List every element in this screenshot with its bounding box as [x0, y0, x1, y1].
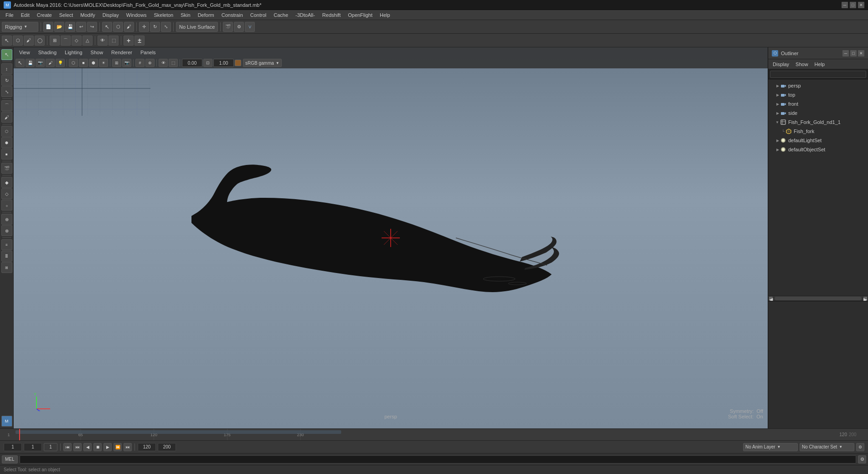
display-mode-btn2[interactable]: ⬢ — [1, 137, 12, 148]
menu-control[interactable]: Control — [247, 11, 270, 19]
menu-display[interactable]: Display — [99, 11, 123, 19]
tree-item-fish-fork[interactable]: └ Fish_fork — [768, 127, 868, 136]
menu-select[interactable]: Select — [56, 11, 77, 19]
vp-menu-lighting[interactable]: Lighting — [61, 49, 86, 56]
tree-item-default-light-set[interactable]: ▶ defaultLightSet — [768, 136, 868, 145]
menu-skin[interactable]: Skin — [177, 11, 194, 19]
redo-button[interactable]: ↪ — [87, 22, 97, 32]
vp-paint-btn[interactable]: 🖌 — [46, 59, 55, 67]
frame-input-current[interactable]: 1 — [24, 443, 42, 451]
vp-gamma-dropdown[interactable]: sRGB gamma ▼ — [243, 59, 282, 67]
timeline-ruler[interactable]: 65 120 175 230 — [16, 429, 830, 440]
vp-menu-view[interactable]: View — [16, 49, 34, 56]
sculpt-btn[interactable]: 🖌 — [1, 112, 12, 123]
vp-select-btn[interactable]: ↖ — [16, 59, 25, 67]
snap-grid-button[interactable]: ⊞ — [50, 36, 60, 46]
vp-snap2-btn[interactable]: ⊕ — [145, 59, 155, 67]
menu-edit[interactable]: Edit — [17, 11, 33, 19]
outliner-close-btn[interactable]: ✕ — [858, 50, 864, 57]
vp-display-btn[interactable]: ⊞ — [112, 59, 121, 67]
vp-save-btn[interactable]: 💾 — [26, 59, 35, 67]
tree-item-front[interactable]: ▶ front — [768, 99, 868, 108]
lasso-select-button[interactable]: ⬡ — [113, 22, 123, 32]
no-live-surface-button[interactable]: No Live Surface — [176, 22, 218, 32]
anim-set-btn[interactable]: ◇ — [1, 188, 12, 199]
extra-btn2[interactable]: ≣ — [1, 251, 12, 262]
frame-end-display[interactable]: 120 — [138, 443, 156, 451]
snap-curve-button[interactable]: ⌒ — [61, 36, 71, 46]
vp-color-box[interactable] — [235, 60, 241, 66]
tree-item-top[interactable]: ▶ top — [768, 90, 868, 99]
tree-item-fish-fork-group[interactable]: ▼ Fish_Fork_Gold_nd1_1 — [768, 118, 868, 127]
menu-help[interactable]: Help — [376, 11, 394, 19]
menu-3dtoall[interactable]: -3DtoAll- — [292, 11, 319, 19]
open-file-button[interactable]: 📂 — [54, 22, 64, 32]
select-tool-button[interactable]: ↖ — [102, 22, 112, 32]
tree-item-default-object-set[interactable]: ▶ defaultObjectSet — [768, 145, 868, 154]
new-file-button[interactable]: 📄 — [43, 22, 53, 32]
tree-item-side[interactable]: ▶ side — [768, 108, 868, 118]
render-settings-button[interactable]: ⚙ — [234, 22, 244, 32]
extra-btn3[interactable]: ⊞ — [1, 262, 12, 273]
step-back-button[interactable]: ⏭ — [73, 443, 82, 451]
outliner-search-input[interactable] — [770, 71, 866, 78]
menu-create[interactable]: Create — [33, 11, 56, 19]
select-mode-button[interactable]: ↖ — [2, 36, 12, 46]
scroll-right-btn[interactable]: ▶ — [863, 297, 867, 300]
vray-button[interactable]: V — [245, 22, 255, 32]
snap-point-button[interactable]: ◇ — [72, 36, 82, 46]
vp-value1-icon[interactable]: ⊡ — [203, 59, 212, 67]
isolate-button[interactable]: 👁 — [98, 36, 108, 46]
xray-button[interactable]: ⬚ — [108, 36, 119, 46]
vp-xray-btn[interactable]: ⬚ — [169, 59, 178, 67]
vp-value1-field[interactable]: 0.00 — [182, 59, 202, 67]
skip-to-start-button[interactable]: ⏮ — [63, 443, 72, 451]
scale-tool-button[interactable]: ⤡ — [161, 22, 171, 32]
range-start-display[interactable]: 1 — [44, 443, 57, 451]
vp-texture-btn[interactable]: ⬢ — [89, 59, 98, 67]
transport-extra-btn[interactable]: ⚙ — [856, 443, 864, 451]
stop-button[interactable]: ⏹ — [93, 443, 102, 451]
plus-icon-btn[interactable]: + — [124, 36, 134, 46]
menu-windows[interactable]: Windows — [123, 11, 150, 19]
outliner-menu-show[interactable]: Show — [793, 61, 811, 68]
paint-select-button[interactable]: 🖌 — [124, 22, 134, 32]
move-tool-button[interactable]: ✛ — [139, 22, 149, 32]
vp-grid-btn[interactable]: # — [135, 59, 145, 67]
mel-run-btn[interactable]: ⚙ — [858, 455, 866, 464]
undo-button[interactable]: ↩ — [76, 22, 86, 32]
skip-to-end-button[interactable]: ⏭ — [124, 443, 132, 451]
vp-camera-btn[interactable]: 📷 — [122, 59, 131, 67]
constraint-btn[interactable]: ⊕ — [1, 214, 12, 225]
render-region-btn[interactable]: 🎬 — [1, 163, 12, 174]
anim-key-btn[interactable]: ◆ — [1, 177, 12, 188]
menu-modify[interactable]: Modify — [77, 11, 98, 19]
menu-cache[interactable]: Cache — [270, 11, 292, 19]
menu-deform[interactable]: Deform — [194, 11, 218, 19]
outliner-menu-display[interactable]: Display — [770, 61, 792, 68]
vp-solid-btn[interactable]: ■ — [79, 59, 88, 67]
mel-input[interactable] — [20, 455, 856, 464]
display-mode-btn1[interactable]: ⬡ — [1, 126, 12, 137]
mel-tab[interactable]: MEL — [2, 455, 18, 464]
scroll-left-btn[interactable]: ◀ — [769, 297, 773, 300]
outliner-menu-help[interactable]: Help — [812, 61, 828, 68]
menu-file[interactable]: File — [2, 11, 17, 19]
maya-logo-btn[interactable]: M — [1, 416, 12, 427]
vp-value2-field[interactable]: 1.00 — [213, 59, 234, 67]
select-tool-btn[interactable]: ↖ — [1, 49, 12, 60]
tree-item-persp[interactable]: ▶ persp — [768, 81, 868, 90]
anim-layer-dropdown[interactable]: No Anim Layer ▼ — [743, 443, 798, 451]
snap-surface-button[interactable]: △ — [83, 36, 93, 46]
menu-redshift[interactable]: Redshift — [319, 11, 344, 19]
frame-input-start[interactable]: 1 — [4, 443, 22, 451]
menu-constrain[interactable]: Constrain — [218, 11, 247, 19]
play-backward-button[interactable]: ◀ — [83, 443, 92, 451]
render-button[interactable]: 🎬 — [223, 22, 233, 32]
soft-select-button[interactable]: ◯ — [35, 36, 45, 46]
vp-isolate-btn[interactable]: 👁 — [159, 59, 168, 67]
rotate-btn[interactable]: ↻ — [1, 75, 12, 86]
deform-btn[interactable]: ⊗ — [1, 225, 12, 236]
vp-menu-shading[interactable]: Shading — [35, 49, 60, 56]
component-mode-button[interactable]: ⬡ — [13, 36, 23, 46]
